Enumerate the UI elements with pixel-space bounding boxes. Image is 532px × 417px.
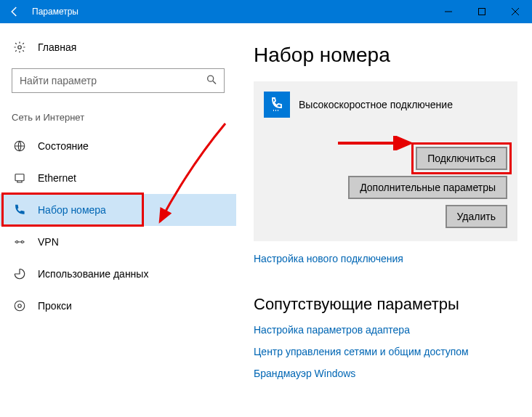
related-link-adapter[interactable]: Настройка параметров адаптера [254, 324, 517, 336]
window-title: Параметры [29, 7, 78, 17]
delete-button[interactable]: Удалить [446, 205, 507, 228]
related-heading: Сопутствующие параметры [254, 295, 517, 314]
svg-line-4 [213, 81, 216, 84]
connect-button[interactable]: Подключиться [416, 147, 507, 170]
svg-point-2 [18, 46, 22, 49]
sidebar-item-label: Прокси [38, 300, 72, 312]
sidebar-item-label: Набор номера [38, 204, 106, 216]
vpn-icon [12, 235, 28, 248]
related-link-sharing[interactable]: Центр управления сетями и общим доступом [254, 346, 517, 357]
data-usage-icon [12, 267, 28, 280]
minimize-button[interactable] [432, 0, 465, 23]
close-button[interactable] [499, 0, 532, 23]
svg-point-9 [15, 301, 25, 311]
sidebar-item-label: Использование данных [38, 268, 148, 280]
globe-icon [12, 139, 28, 153]
search-icon [206, 74, 217, 88]
svg-point-3 [208, 76, 214, 81]
ethernet-icon [12, 171, 28, 185]
related-link-firewall[interactable]: Брандмауэр Windows [254, 368, 517, 379]
sidebar-item-datausage[interactable]: Использование данных [0, 258, 236, 290]
sidebar-item-vpn[interactable]: VPN [0, 226, 236, 258]
gear-icon [12, 41, 28, 54]
maximize-button[interactable] [465, 0, 499, 23]
proxy-icon [12, 299, 28, 312]
sidebar-home-label: Главная [38, 41, 76, 53]
main-pane: Набор номера Высокоскоростное подключени… [236, 23, 532, 417]
sidebar-item-label: Ethernet [38, 172, 76, 184]
back-button[interactable] [0, 0, 29, 23]
connection-card[interactable]: Высокоскоростное подключение Подключитьс… [254, 81, 517, 241]
page-heading: Набор номера [254, 44, 517, 67]
sidebar-home[interactable]: Главная [0, 35, 236, 60]
sidebar-item-dialup[interactable]: Набор номера [0, 194, 236, 226]
new-connection-link[interactable]: Настройка нового подключения [254, 253, 403, 264]
connection-icon [264, 92, 290, 118]
search-input[interactable] [12, 68, 225, 93]
svg-rect-1 [479, 9, 485, 15]
sidebar-item-status[interactable]: Состояние [0, 130, 236, 162]
svg-point-10 [18, 304, 22, 308]
svg-rect-6 [15, 174, 24, 181]
sidebar-item-ethernet[interactable]: Ethernet [0, 162, 236, 194]
svg-point-8 [21, 241, 23, 243]
sidebar-item-proxy[interactable]: Прокси [0, 290, 236, 322]
search-box [12, 68, 225, 93]
sidebar-item-label: VPN [38, 236, 59, 248]
phone-icon [12, 203, 28, 216]
svg-point-7 [16, 241, 18, 243]
sidebar-section-label: Сеть и Интернет [0, 108, 236, 130]
connection-name: Высокоскоростное подключение [299, 99, 453, 110]
advanced-button[interactable]: Дополнительные параметры [348, 176, 507, 199]
sidebar-item-label: Состояние [38, 140, 89, 152]
sidebar: Главная Сеть и Интернет Состояние Ethern… [0, 23, 236, 417]
titlebar: Параметры [0, 0, 532, 23]
